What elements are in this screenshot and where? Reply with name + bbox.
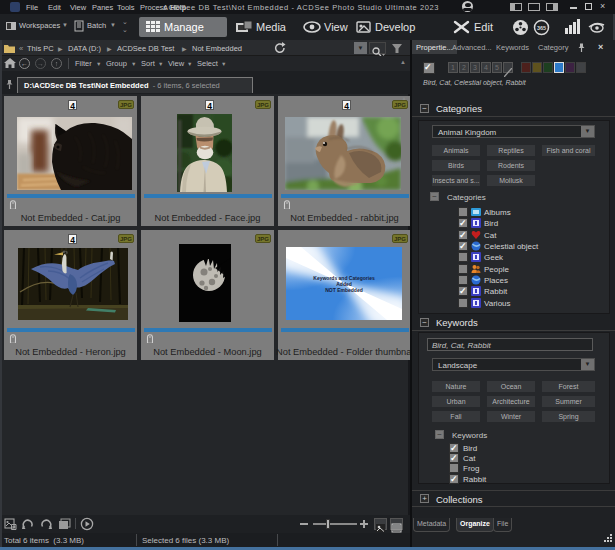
svg-text:365: 365 [537, 25, 546, 31]
svg-text:NOT Embedded: NOT Embedded [325, 287, 363, 293]
